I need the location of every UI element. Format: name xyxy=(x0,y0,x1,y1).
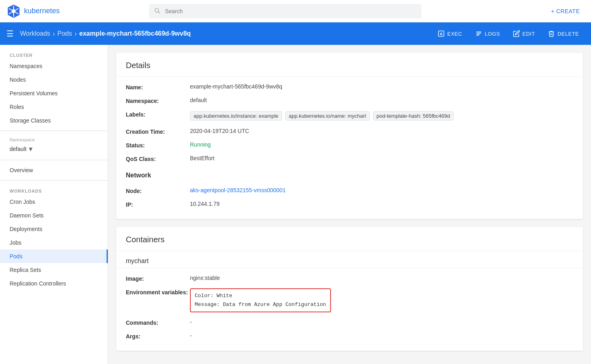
status-label: Status: xyxy=(126,141,190,149)
commands-value: - xyxy=(190,319,192,325)
sidebar-item-namespaces[interactable]: Namespaces xyxy=(0,59,108,73)
creation-time-label: Creation Time: xyxy=(126,128,190,135)
edit-label: EDIT xyxy=(522,31,535,37)
sidebar-divider-2 xyxy=(0,160,108,160)
namespace-value: default xyxy=(10,146,26,152)
create-button[interactable]: + CREATE xyxy=(546,6,585,17)
sidebar-item-cron-jobs[interactable]: Cron Jobs xyxy=(0,195,108,209)
image-value: nginx:stable xyxy=(190,275,220,281)
label-chip-2: pod-template-hash: 565fbc469d xyxy=(373,111,454,121)
sidebar-item-nodes[interactable]: Nodes xyxy=(0,73,108,86)
network-section-label: Network xyxy=(126,169,190,181)
sidebar: Cluster Namespaces Nodes Persistent Volu… xyxy=(0,45,108,364)
env-vars-row: Environment variables: Color: White Mess… xyxy=(126,285,573,316)
status-row: Status: Running xyxy=(126,138,573,152)
namespace-row: Namespace: default xyxy=(126,94,573,107)
chevron-down-icon: ▾ xyxy=(29,145,32,153)
breadcrumb-workloads[interactable]: Workloads xyxy=(20,30,50,37)
name-value: example-mychart-565fbc469d-9wv8q xyxy=(190,83,282,90)
nav-actions: EXEC LOGS EDIT DELETE xyxy=(432,27,585,40)
namespace-value-field: default xyxy=(190,97,207,103)
menu-icon[interactable]: ☰ xyxy=(6,29,14,38)
label-chip-1: app.kubernetes.io/name: mychart xyxy=(285,111,370,121)
logs-label: LOGS xyxy=(485,31,500,37)
details-card: Details Name: example-mychart-565fbc469d… xyxy=(116,53,583,219)
qos-row: QoS Class: BestEffort xyxy=(126,152,573,165)
env-vars-box: Color: White Message: Data from Azure Ap… xyxy=(190,288,331,312)
svg-point-1 xyxy=(12,9,16,13)
sidebar-item-persistent-volumes[interactable]: Persistent Volumes xyxy=(0,86,108,100)
search-input[interactable] xyxy=(149,4,422,18)
env-vars-label: Environment variables: xyxy=(126,288,190,296)
namespace-select[interactable]: default ▾ xyxy=(0,143,108,157)
env-var-0: Color: White xyxy=(195,292,326,300)
search-icon xyxy=(154,7,160,15)
main-layout: Cluster Namespaces Nodes Persistent Volu… xyxy=(0,45,591,364)
breadcrumb-pods[interactable]: Pods xyxy=(57,30,72,37)
nav-bar: ☰ Workloads › Pods › example-mychart-565… xyxy=(0,22,591,45)
name-row: Name: example-mychart-565fbc469d-9wv8q xyxy=(126,80,573,94)
details-card-title: Details xyxy=(116,53,583,77)
app-logo-text: kubernetes xyxy=(24,7,60,15)
qos-label: QoS Class: xyxy=(126,155,190,162)
node-value[interactable]: aks-agentpool-28532155-vmss000001 xyxy=(190,187,286,193)
env-var-1: Message: Data from Azure App Configurati… xyxy=(195,300,326,309)
args-label: Args: xyxy=(126,332,190,340)
sidebar-item-pods[interactable]: Pods xyxy=(0,249,108,263)
ip-label: IP: xyxy=(126,201,190,208)
logs-icon xyxy=(475,30,482,37)
sidebar-divider-1 xyxy=(0,131,108,131)
exec-button[interactable]: EXEC xyxy=(432,27,468,40)
cluster-section-title: Cluster xyxy=(0,48,108,59)
commands-label: Commands: xyxy=(126,319,190,326)
search-box xyxy=(149,4,422,18)
delete-button[interactable]: DELETE xyxy=(542,27,585,40)
logo-area: kubernetes xyxy=(6,4,87,18)
sidebar-item-deployments[interactable]: Deployments xyxy=(0,222,108,236)
creation-time-row: Creation Time: 2020-04-19T20:14 UTC xyxy=(126,125,573,138)
logs-button[interactable]: LOGS xyxy=(470,27,506,40)
top-bar: kubernetes + CREATE xyxy=(0,0,591,22)
sidebar-item-replication-controllers[interactable]: Replication Controllers xyxy=(0,277,108,290)
containers-card: Containers mychart Image: nginx:stable E… xyxy=(116,227,583,351)
details-table: Name: example-mychart-565fbc469d-9wv8q N… xyxy=(116,77,583,219)
kubernetes-logo-icon xyxy=(6,4,21,18)
image-label: Image: xyxy=(126,275,190,282)
node-label: Node: xyxy=(126,187,190,194)
edit-icon xyxy=(513,30,520,37)
delete-label: DELETE xyxy=(557,31,579,37)
namespace-label-field: Namespace: xyxy=(126,97,190,104)
labels-row: Labels: app.kubernetes.io/instance: exam… xyxy=(126,107,573,125)
network-section-row: Network xyxy=(126,165,573,184)
exec-icon xyxy=(438,30,445,37)
labels-label: Labels: xyxy=(126,111,190,118)
edit-button[interactable]: EDIT xyxy=(507,27,541,40)
creation-time-value: 2020-04-19T20:14 UTC xyxy=(190,128,249,134)
sidebar-item-replica-sets[interactable]: Replica Sets xyxy=(0,263,108,277)
breadcrumb-current: example-mychart-565fbc469d-9wv8q xyxy=(79,30,191,37)
node-row: Node: aks-agentpool-28532155-vmss000001 xyxy=(126,184,573,197)
sidebar-divider-3 xyxy=(0,180,108,181)
args-row: Args: - xyxy=(126,329,573,343)
sidebar-item-roles[interactable]: Roles xyxy=(0,100,108,114)
image-row: Image: nginx:stable xyxy=(126,271,573,285)
svg-point-8 xyxy=(155,8,158,12)
delete-icon xyxy=(548,30,555,37)
qos-value: BestEffort xyxy=(190,155,214,161)
status-value: Running xyxy=(190,141,211,148)
exec-label: EXEC xyxy=(447,31,462,37)
ip-value: 10.244.1.79 xyxy=(190,201,220,207)
containers-detail-table: Image: nginx:stable Environment variable… xyxy=(116,268,583,351)
commands-row: Commands: - xyxy=(126,316,573,329)
ip-row: IP: 10.244.1.79 xyxy=(126,197,573,211)
breadcrumb-sep-1: › xyxy=(52,30,55,38)
namespace-label: Namespace xyxy=(0,134,108,143)
sidebar-item-storage-classes[interactable]: Storage Classes xyxy=(0,114,108,127)
labels-wrap: app.kubernetes.io/instance: example app.… xyxy=(190,111,455,121)
breadcrumb-sep-2: › xyxy=(75,30,77,38)
label-chip-0: app.kubernetes.io/instance: example xyxy=(190,111,282,121)
sidebar-item-daemon-sets[interactable]: Daemon Sets xyxy=(0,209,108,222)
sidebar-item-jobs[interactable]: Jobs xyxy=(0,236,108,249)
sidebar-item-overview[interactable]: Overview xyxy=(0,163,108,177)
svg-line-9 xyxy=(158,12,160,13)
